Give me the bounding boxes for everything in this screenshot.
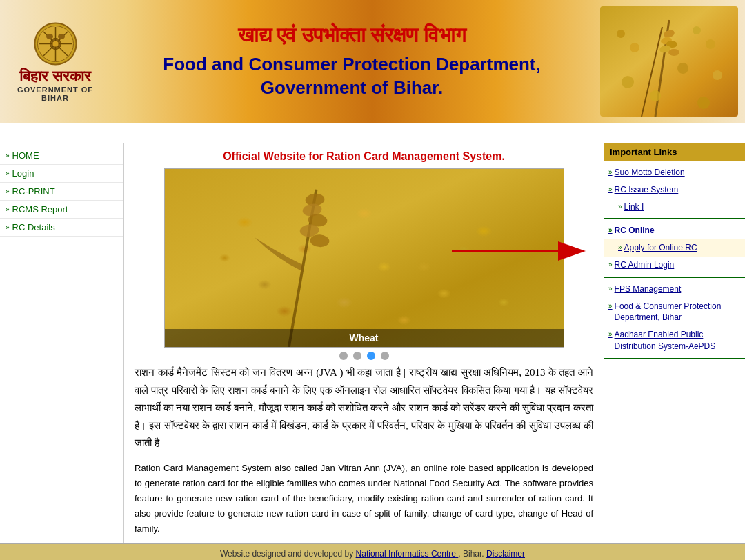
links-section-1: » Suo Motto Deletion » RC Issue System »… [604,161,745,219]
official-website-title: Official Website for Ration Card Managem… [135,150,593,163]
svg-point-7 [46,34,53,39]
footer-nic-link[interactable]: National Informatics Centre [356,549,459,559]
link-rc-admin-login[interactable]: » RC Admin Login [604,257,745,274]
sidebar-item-home[interactable]: » HOME [0,147,123,165]
svg-point-32 [310,234,330,248]
title-english: Food and Consumer Protection Department,… [117,53,586,100]
link-fps-management[interactable]: » FPS Management [604,281,745,298]
arrow-icon: » [608,330,613,339]
header-title: खाद्य एवं उपभोक्ता संरक्षण विभाग Food an… [103,23,600,100]
links-section-2: » RC Online » Apply for Online RC [604,219,745,277]
svg-point-9 [52,41,58,46]
sidebar-item-rc-print[interactable]: » RC-PRINT [0,183,123,201]
arrow-icon: » [6,170,10,177]
svg-point-22 [677,63,688,74]
wheat-slideshow-image: Wheat [164,168,564,348]
arrow-icon: » [6,188,10,195]
arrow-icon: » [608,260,613,270]
svg-point-26 [697,97,710,109]
arrow-icon: » [608,284,613,294]
svg-point-24 [622,76,634,88]
dot-1[interactable] [339,352,348,360]
bihar-sarkar-text: बिहार सरकार [19,68,91,86]
dot-4[interactable] [381,352,389,360]
nav-bar [0,123,745,143]
arrow-icon: » [6,152,10,159]
svg-point-8 [58,34,65,39]
svg-point-17 [668,49,679,56]
sidebar-item-login[interactable]: » Login [0,165,123,183]
title-hindi: खाद्य एवं उपभोक्ता संरक्षण विभाग [117,23,586,48]
description-hindi: राशन कार्ड मैनेजमेंट सिस्टम को जन वितरण … [135,364,593,452]
description-english: Ration Card Management System also calle… [135,461,593,537]
header-wheat-image [600,6,738,117]
arrow-icon: » [608,185,613,194]
page-header: बिहार सरकार GOVERNMENT OF BIHAR खाद्य एव… [0,0,745,123]
wheat-svg [600,6,738,117]
content-right-wrapper: Official Website for Ration Card Managem… [124,143,745,543]
left-sidebar: » HOME » Login » RC-PRINT » RCMS Report … [0,143,124,543]
slideshow-container: Wheat [164,168,564,360]
footer-disclaimer-link[interactable]: Disclaimer [486,549,525,559]
link-link-i[interactable]: » Link I [604,199,745,216]
wheat-stalk-svg [165,169,564,347]
arrow-target-container: » Apply for Online RC [604,239,745,257]
dot-3[interactable] [367,352,375,360]
link-aadhaar-epds[interactable]: » Aadhaar Enabled Public Distribution Sy… [604,326,745,355]
arrow-icon: » [6,223,10,231]
wheat-image-caption: Wheat [165,329,564,347]
footer: Website designed and developed by Nation… [0,543,745,560]
slideshow-dots [164,352,564,360]
arrow-icon: » [618,202,622,212]
link-rc-online[interactable]: » RC Online [604,222,745,239]
svg-point-20 [693,26,701,34]
main-content: Official Website for Ration Card Managem… [124,143,604,543]
main-layout: » HOME » Login » RC-PRINT » RCMS Report … [0,143,745,543]
link-rc-issue[interactable]: » RC Issue System [604,181,745,199]
right-sidebar: Important Links » Suo Motto Deletion » R… [604,143,745,543]
dot-2[interactable] [353,352,361,360]
government-emblem [33,21,78,66]
sidebar-item-rcms-report[interactable]: » RCMS Report [0,201,123,219]
link-food-consumer[interactable]: » Food & Consumer Protection Department,… [604,298,745,327]
arrow-icon: » [618,243,622,252]
link-suo-motto[interactable]: » Suo Motto Deletion [604,164,745,181]
important-links-header: Important Links [604,143,745,161]
link-apply-online-rc[interactable]: » Apply for Online RC [604,239,745,257]
svg-point-23 [713,70,722,80]
svg-point-18 [617,30,625,38]
arrow-icon: » [608,301,613,311]
svg-point-21 [706,39,715,49]
arrow-icon: » [608,168,613,177]
arrow-icon: » [6,206,10,213]
gov-of-bihar-text: GOVERNMENT OF BIHAR [7,86,103,102]
svg-point-19 [630,43,639,52]
sidebar-item-rc-details[interactable]: » RC Details [0,219,123,237]
links-section-3: » FPS Management » Food & Consumer Prote… [604,278,745,359]
svg-point-25 [650,90,661,101]
logo-section: बिहार सरकार GOVERNMENT OF BIHAR [7,21,103,102]
arrow-icon: » [608,226,613,235]
